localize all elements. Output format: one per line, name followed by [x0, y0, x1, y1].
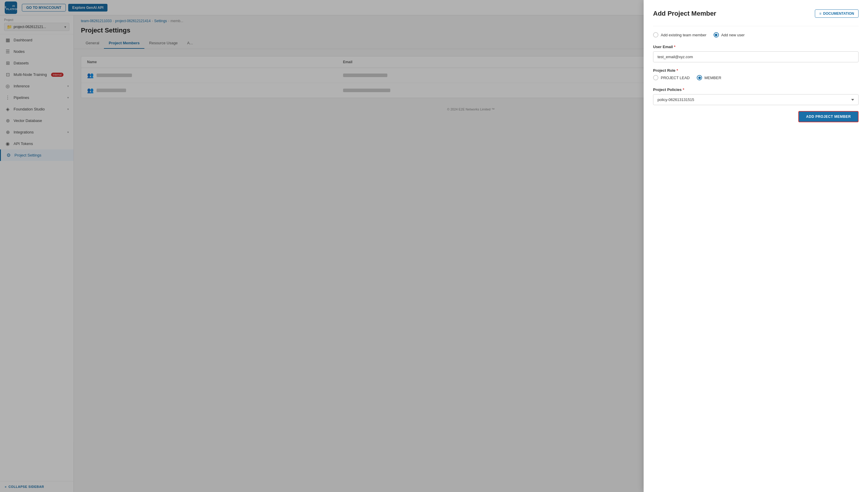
add-project-member-button[interactable]: ADD PROJECT MEMBER	[798, 111, 859, 122]
radio-existing-member[interactable]: Add existing team member	[653, 32, 707, 38]
radio-circle-existing	[653, 32, 658, 38]
member-type-radio-group: Add existing team member Add new user	[653, 32, 859, 38]
radio-label-member: MEMBER	[705, 76, 721, 80]
project-role-label: Project Role *	[653, 68, 859, 73]
radio-project-lead[interactable]: PROJECT LEAD	[653, 75, 690, 80]
project-role-group: Project Role * PROJECT LEAD MEMBER	[653, 68, 859, 80]
modal-divider	[653, 26, 859, 26]
project-policies-label: Project Policies *	[653, 88, 859, 92]
modal-title: Add Project Member	[653, 10, 716, 18]
radio-label-lead: PROJECT LEAD	[661, 76, 690, 80]
radio-label-new: Add new user	[721, 33, 745, 37]
required-star-email: *	[674, 45, 675, 49]
documentation-button-modal[interactable]: ≡ DOCUMENTATION	[815, 9, 859, 18]
modal-overlay: Add Project Member ≡ DOCUMENTATION Add e…	[0, 0, 868, 492]
radio-circle-lead	[653, 75, 658, 80]
add-project-member-modal: Add Project Member ≡ DOCUMENTATION Add e…	[644, 0, 868, 492]
project-policies-select[interactable]: policy-062613131515	[653, 94, 859, 105]
project-role-radio-group: PROJECT LEAD MEMBER	[653, 75, 859, 80]
radio-circle-new	[714, 32, 719, 38]
user-email-label: User Email *	[653, 45, 859, 49]
radio-circle-member	[697, 75, 702, 80]
user-email-group: User Email *	[653, 45, 859, 62]
list-icon-modal: ≡	[819, 11, 821, 16]
required-star-policies: *	[683, 88, 684, 92]
radio-label-existing: Add existing team member	[661, 33, 707, 37]
radio-new-user[interactable]: Add new user	[714, 32, 745, 38]
required-star-role: *	[676, 68, 678, 73]
project-policies-group: Project Policies * policy-062613131515	[653, 88, 859, 105]
modal-header: Add Project Member ≡ DOCUMENTATION	[653, 9, 859, 18]
modal-actions: ADD PROJECT MEMBER	[653, 111, 859, 122]
radio-member[interactable]: MEMBER	[697, 75, 721, 80]
user-email-input[interactable]	[653, 51, 859, 62]
